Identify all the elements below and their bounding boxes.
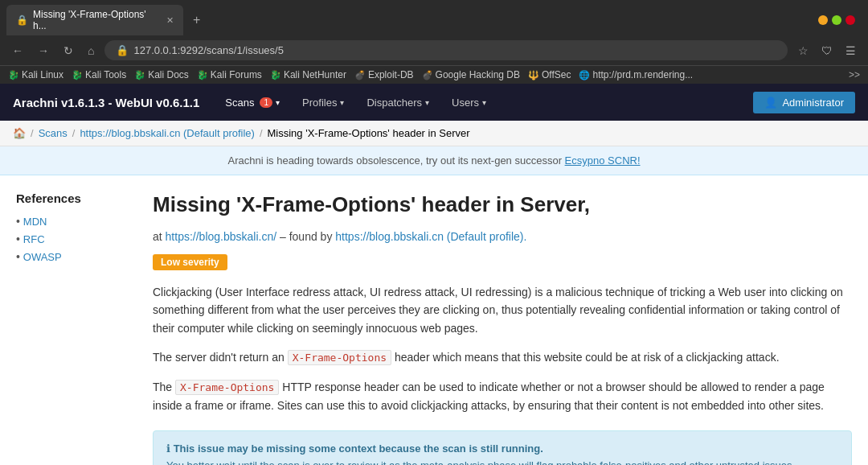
home-icon: 🏠 <box>13 127 26 139</box>
found-by-label: – found by <box>280 230 335 243</box>
bookmark-prd-label: http://prd.m.rendering... <box>592 69 693 80</box>
info-box: ℹ This issue may be missing some context… <box>153 430 852 465</box>
bookmark-prd[interactable]: 🌐 http://prd.m.rendering... <box>579 69 693 80</box>
breadcrumb-profile-link[interactable]: https://blog.bbskali.cn (Default profile… <box>80 127 255 139</box>
close-button[interactable] <box>845 15 855 25</box>
bookmarks-bar: 🐉 Kali Linux 🐉 Kali Tools 🐉 Kali Docs 🐉 … <box>0 65 868 84</box>
found-by-url[interactable]: https://blog.bbskali.cn (Default profile… <box>335 230 526 243</box>
breadcrumb-home-link[interactable]: 🏠 <box>13 127 26 139</box>
forward-button[interactable]: → <box>34 42 53 60</box>
desc3-pre: The <box>153 381 175 393</box>
notice-text: Arachni is heading towards obsolescence,… <box>227 154 564 167</box>
desc2-post: header which means that this website cou… <box>395 351 780 364</box>
tab-close-btn[interactable]: ✕ <box>166 15 174 26</box>
content-wrapper: References MDN RFC OWASP Missing 'X-Fram… <box>0 175 868 465</box>
rfc-link[interactable]: RFC <box>23 233 45 245</box>
nav-profiles[interactable]: Profiles ▾ <box>293 92 354 113</box>
refresh-button[interactable]: ↻ <box>59 42 77 60</box>
back-button[interactable]: ← <box>8 42 27 60</box>
active-tab[interactable]: 🔒 Missing 'X-Frame-Options' h... ✕ <box>6 5 183 35</box>
menu-btn[interactable]: ☰ <box>841 42 860 60</box>
desc3-code: X-Frame-Options <box>175 380 279 395</box>
tab-title: Missing 'X-Frame-Options' h... <box>33 9 158 31</box>
bookmark-kali-linux[interactable]: 🐉 Kali Linux <box>8 69 63 80</box>
found-at-label: at <box>153 230 166 243</box>
bookmark-offsec[interactable]: 🔱 OffSec <box>528 69 571 80</box>
bookmark-kali-tools[interactable]: 🐉 Kali Tools <box>72 69 126 80</box>
sidebar-heading: References <box>16 191 129 205</box>
address-bar[interactable]: 🔒 127.0.0.1:9292/scans/1/issues/5 <box>104 40 788 60</box>
breadcrumb: 🏠 / Scans / https://blog.bbskali.cn (Def… <box>0 121 868 146</box>
info-line1: This issue may be missing some context b… <box>174 442 543 455</box>
nav-scans[interactable]: Scans 1 ▾ <box>215 92 289 113</box>
breadcrumb-sep-3: / <box>260 127 263 139</box>
kali-tools-icon: 🐉 <box>72 70 83 80</box>
browser-actions: ☆ 🛡 ☰ <box>794 42 860 60</box>
bookmark-kali-nethunter[interactable]: 🐉 Kali NetHunter <box>270 69 346 80</box>
kali-linux-icon: 🐉 <box>8 70 19 80</box>
breadcrumb-scans-link[interactable]: Scans <box>39 127 68 139</box>
nav-links: Scans 1 ▾ Profiles ▾ Dispatchers ▾ Users… <box>215 92 753 113</box>
tab-bar: 🔒 Missing 'X-Frame-Options' h... ✕ + <box>0 0 868 35</box>
admin-button[interactable]: 👤 Administrator <box>753 92 855 113</box>
nav-users-label: Users <box>452 97 479 109</box>
issue-title: Missing 'X-Frame-Options' header in Serv… <box>153 191 852 219</box>
desc2-code: X-Frame-Options <box>288 350 391 365</box>
notice-link[interactable]: Ecsypno SCNR! <box>565 154 641 167</box>
offsec-icon: 🔱 <box>528 70 539 80</box>
shield-btn[interactable]: 🛡 <box>817 42 837 60</box>
nav-scans-label: Scans <box>225 97 254 109</box>
bookmark-kali-docs[interactable]: 🐉 Kali Docs <box>134 69 189 80</box>
tab-favicon: 🔒 <box>16 14 28 26</box>
url-text: 127.0.0.1:9292/scans/1/issues/5 <box>133 44 283 56</box>
nav-dispatchers-label: Dispatchers <box>366 97 422 109</box>
breadcrumb-sep-2: / <box>72 127 76 139</box>
breadcrumb-current: Missing 'X-Frame-Options' header in Serv… <box>268 127 470 139</box>
bookmark-exploit-db-label: Exploit-DB <box>368 69 414 80</box>
info-icon: ℹ <box>166 442 170 455</box>
address-bar-row: ← → ↻ ⌂ 🔒 127.0.0.1:9292/scans/1/issues/… <box>0 35 868 65</box>
home-button[interactable]: ⌂ <box>84 42 98 60</box>
exploit-db-icon: 💣 <box>354 70 366 80</box>
bookmark-btn[interactable]: ☆ <box>794 42 813 60</box>
kali-docs-icon: 🐉 <box>134 70 145 80</box>
severity-badge: Low severity <box>153 254 227 270</box>
users-caret-icon: ▾ <box>482 98 486 107</box>
sidebar-link-rfc: RFC <box>16 232 129 245</box>
bookmark-exploit-db[interactable]: 💣 Exploit-DB <box>354 69 414 80</box>
minimize-button[interactable] <box>818 15 828 25</box>
app-brand: Arachni v1.6.1.3 - WebUI v0.6.1.1 <box>13 96 199 109</box>
bookmark-kali-linux-label: Kali Linux <box>22 69 63 80</box>
owasp-link[interactable]: OWASP <box>23 251 62 263</box>
kali-nethunter-icon: 🐉 <box>270 70 281 80</box>
nav-dispatchers[interactable]: Dispatchers ▾ <box>357 92 439 113</box>
sidebar: References MDN RFC OWASP <box>16 191 129 465</box>
bookmark-kali-forums[interactable]: 🐉 Kali Forums <box>197 69 262 80</box>
info-line2: You better wait until the scan is over t… <box>166 459 792 465</box>
mdn-link[interactable]: MDN <box>23 216 47 228</box>
found-at-url[interactable]: https://blog.bbskali.cn/ <box>166 230 277 243</box>
more-bookmarks-btn[interactable]: >> <box>849 69 860 80</box>
bookmark-kali-docs-label: Kali Docs <box>148 69 189 80</box>
desc-paragraph-1: Clickjacking (User Interface redress att… <box>153 283 852 337</box>
main-content: Missing 'X-Frame-Options' header in Serv… <box>153 191 852 465</box>
lock-icon: 🔒 <box>116 44 129 56</box>
dispatchers-caret-icon: ▾ <box>425 98 429 107</box>
nav-profiles-label: Profiles <box>302 97 337 109</box>
new-tab-button[interactable]: + <box>186 10 207 31</box>
maximize-button[interactable] <box>832 15 841 25</box>
desc2-pre: The server didn't return an <box>153 351 288 364</box>
bookmark-kali-nethunter-label: Kali NetHunter <box>284 69 346 80</box>
nav-scans-badge: 1 <box>260 97 272 108</box>
scans-caret-icon: ▾ <box>276 98 280 107</box>
nav-users[interactable]: Users ▾ <box>442 92 496 113</box>
issue-found-at: at https://blog.bbskali.cn/ – found by h… <box>153 230 852 243</box>
bookmark-offsec-label: OffSec <box>542 69 571 80</box>
breadcrumb-sep-1: / <box>31 127 34 139</box>
notice-bar: Arachni is heading towards obsolescence,… <box>0 146 868 175</box>
desc-paragraph-2: The server didn't return an X-Frame-Opti… <box>153 348 852 367</box>
admin-label: Administrator <box>782 97 844 109</box>
bookmark-google-hacking[interactable]: 💣 Google Hacking DB <box>422 69 520 80</box>
app-nav: Arachni v1.6.1.3 - WebUI v0.6.1.1 Scans … <box>0 84 868 121</box>
sidebar-link-owasp: OWASP <box>16 250 129 263</box>
